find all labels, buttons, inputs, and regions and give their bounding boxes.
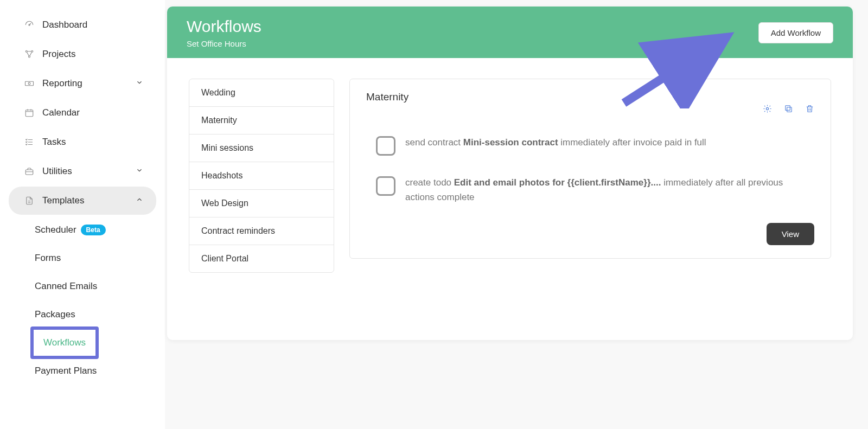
workflow-list: Wedding Maternity Mini sessions Headshot… [189, 79, 334, 273]
set-office-hours-link[interactable]: Set Office Hours [187, 39, 261, 48]
svg-rect-7 [25, 170, 33, 175]
add-workflow-button[interactable]: Add Workflow [758, 22, 833, 43]
cash-icon [24, 78, 35, 89]
svg-point-3 [29, 56, 30, 57]
workflow-list-item[interactable]: Client Portal [189, 245, 334, 272]
workflow-icon [24, 49, 35, 60]
sub-item-workflows[interactable]: Workflows [34, 330, 95, 356]
templates-submenu: Scheduler Beta Forms Canned Emails Packa… [0, 216, 165, 385]
sidebar-item-utilities[interactable]: Utilities [9, 157, 156, 185]
svg-point-8 [766, 107, 768, 110]
workflow-list-item[interactable]: Maternity [189, 107, 334, 135]
file-icon [24, 195, 35, 206]
workflow-detail: Maternity [349, 79, 831, 259]
chevron-down-icon [136, 78, 143, 89]
main-area: Workflows Set Office Hours Add Workflow … [165, 0, 868, 429]
svg-point-2 [31, 50, 33, 52]
workflow-list-item[interactable]: Mini sessions [189, 135, 334, 162]
workflow-list-item[interactable]: Headshots [189, 162, 334, 190]
sidebar-item-dashboard[interactable]: Dashboard [9, 11, 156, 39]
workflow-step: create todo Edit and email photos for {{… [366, 175, 814, 204]
sidebar-item-label: Reporting [42, 78, 82, 89]
sidebar-item-label: Dashboard [42, 20, 87, 30]
trash-icon[interactable] [805, 104, 814, 116]
sub-item-label: Payment Plans [35, 366, 97, 376]
main-panel: Workflows Set Office Hours Add Workflow … [167, 7, 853, 340]
sub-item-label: Scheduler [35, 225, 76, 235]
svg-point-1 [25, 50, 27, 52]
toolbox-icon [24, 166, 35, 177]
sidebar-item-label: Tasks [42, 137, 66, 148]
sidebar-item-calendar[interactable]: Calendar [9, 99, 156, 127]
workflow-list-item[interactable]: Web Design [189, 190, 334, 217]
svg-rect-10 [786, 106, 790, 111]
sidebar-item-templates[interactable]: Templates [9, 187, 156, 215]
chevron-up-icon [136, 195, 143, 206]
sub-item-label: Packages [35, 309, 75, 320]
svg-rect-4 [25, 81, 34, 86]
sub-item-packages[interactable]: Packages [16, 300, 165, 329]
beta-badge: Beta [81, 225, 106, 235]
step-checkbox[interactable] [376, 176, 395, 196]
sidebar-item-label: Calendar [42, 107, 80, 118]
gear-icon[interactable] [763, 104, 772, 116]
sidebar-item-label: Utilities [42, 166, 72, 177]
sidebar-item-label: Projects [42, 49, 75, 60]
workflow-step: send contract Mini-session contract imme… [366, 135, 814, 156]
svg-rect-9 [787, 107, 792, 112]
sub-item-forms[interactable]: Forms [16, 244, 165, 272]
sub-item-scheduler[interactable]: Scheduler Beta [16, 216, 165, 244]
sidebar-item-projects[interactable]: Projects [9, 40, 156, 68]
sub-item-label: Canned Emails [35, 281, 97, 292]
sidebar: Dashboard Projects Reporting Calendar [0, 0, 165, 429]
svg-rect-6 [25, 110, 33, 117]
step-checkbox[interactable] [376, 136, 395, 156]
panel-header: Workflows Set Office Hours Add Workflow [167, 7, 853, 58]
step-text: send contract Mini-session contract imme… [405, 135, 706, 150]
sub-item-canned-emails[interactable]: Canned Emails [16, 272, 165, 300]
calendar-icon [24, 107, 35, 118]
panel-content: Wedding Maternity Mini sessions Headshot… [167, 58, 853, 340]
copy-icon[interactable] [784, 104, 793, 116]
sidebar-item-label: Templates [42, 195, 84, 206]
sidebar-item-tasks[interactable]: Tasks [9, 128, 156, 156]
sub-item-payment-plans[interactable]: Payment Plans [16, 357, 165, 385]
page-title: Workflows [187, 17, 261, 36]
workflow-list-item[interactable]: Contract reminders [189, 217, 334, 245]
chevron-down-icon [136, 166, 143, 177]
annotation-highlight: Workflows [30, 326, 99, 359]
list-icon [24, 137, 35, 148]
view-button[interactable]: View [767, 223, 814, 245]
gauge-icon [24, 20, 35, 30]
svg-point-5 [28, 82, 30, 85]
sub-item-label: Forms [35, 253, 61, 264]
sidebar-item-reporting[interactable]: Reporting [9, 69, 156, 98]
sub-item-label: Workflows [43, 337, 86, 348]
step-text: create todo Edit and email photos for {{… [405, 175, 814, 204]
workflow-detail-title: Maternity [366, 91, 409, 103]
workflow-list-item[interactable]: Wedding [189, 79, 334, 107]
workflow-actions [763, 104, 814, 116]
